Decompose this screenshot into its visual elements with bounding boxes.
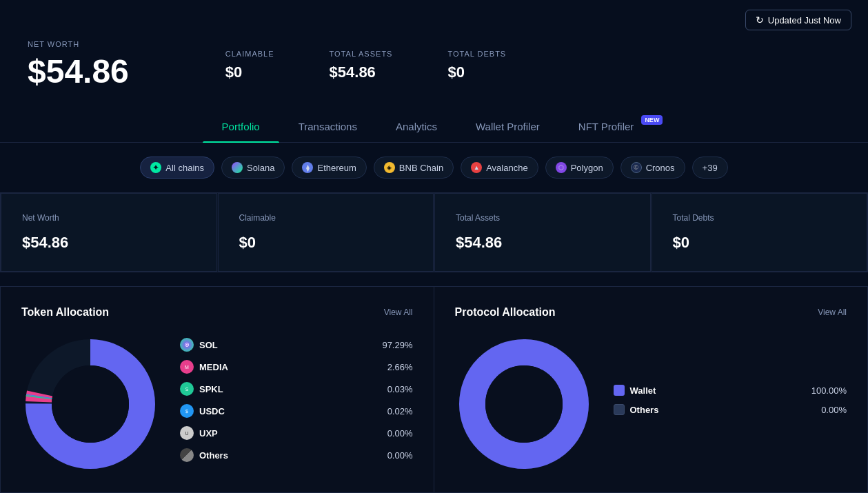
tab-nft-profiler[interactable]: NFT Profiler NEW: [559, 111, 666, 142]
card-net-worth-value: $54.86: [22, 234, 196, 252]
legend-item-sol: ◎ SOL 97.29%: [180, 338, 413, 352]
card-total-debts: Total Debts $0: [652, 193, 868, 272]
bnb-icon: ◈: [384, 162, 395, 173]
svg-point-8: [485, 365, 563, 443]
others-token-icon: [180, 448, 194, 462]
others-protocol-name: Others: [630, 405, 804, 415]
token-allocation-header: Token Allocation View All: [21, 306, 413, 319]
claimable-label: CLAIMABLE: [225, 50, 274, 58]
chain-ethereum-label: Ethereum: [317, 163, 356, 173]
total-assets-label: TOTAL ASSETS: [330, 50, 393, 58]
tab-analytics[interactable]: Analytics: [376, 111, 456, 142]
usdc-pct: 0.02%: [375, 406, 413, 416]
chain-cronos[interactable]: © Cronos: [620, 157, 685, 179]
card-total-assets: Total Assets $54.86: [434, 193, 651, 272]
chain-polygon-label: Polygon: [571, 163, 603, 173]
net-worth-main: NET WORTH $54.86: [28, 40, 129, 90]
token-view-all-button[interactable]: View All: [384, 308, 413, 317]
legend-item-others-protocol: Others 0.00%: [614, 404, 847, 415]
protocol-view-all-button[interactable]: View All: [818, 308, 847, 317]
media-pct: 2.66%: [375, 362, 413, 372]
chain-polygon[interactable]: ⬡ Polygon: [545, 157, 614, 179]
total-assets-value: $54.86: [330, 63, 393, 81]
allchains-icon: ✦: [150, 162, 161, 173]
card-claimable-value: $0: [239, 234, 413, 252]
sol-pct: 97.29%: [375, 340, 413, 350]
new-badge: NEW: [641, 115, 663, 125]
legend-item-media: M MEDIA 2.66%: [180, 360, 413, 374]
card-net-worth: Net Worth $54.86: [1, 193, 217, 272]
wallet-name: Wallet: [630, 385, 804, 396]
others-protocol-icon: [614, 404, 625, 415]
legend-item-usdc: $ USDC 0.02%: [180, 404, 413, 418]
protocol-legend: Wallet 100.00% Others 0.00%: [614, 385, 847, 423]
token-legend: ◎ SOL 97.29% M MEDIA 2.66% S SPKL: [180, 338, 413, 470]
refresh-icon: ↻: [756, 14, 764, 26]
card-net-worth-label: Net Worth: [22, 213, 196, 223]
uxp-name: UXP: [199, 428, 370, 439]
ethereum-icon: ⧫: [302, 162, 313, 173]
others-protocol-pct: 0.00%: [809, 405, 847, 415]
media-name: MEDIA: [199, 362, 370, 372]
card-total-debts-value: $0: [673, 234, 847, 252]
card-claimable: Claimable $0: [218, 193, 434, 272]
spkl-icon: S: [180, 382, 194, 396]
sol-name: SOL: [199, 340, 370, 350]
others-token-pct: 0.00%: [375, 450, 413, 461]
chain-all[interactable]: ✦ All chains: [140, 157, 214, 179]
tabs-container: Portfolio Transactions Analytics Wallet …: [0, 111, 868, 143]
refresh-label: Updated Just Now: [768, 15, 841, 26]
legend-item-spkl: S SPKL 0.03%: [180, 382, 413, 396]
sol-icon: ◎: [180, 338, 194, 352]
legend-item-others-token: Others 0.00%: [180, 448, 413, 462]
header-total-assets: TOTAL ASSETS $54.86: [330, 50, 393, 81]
token-allocation-panel: Token Allocation View All: [0, 286, 434, 493]
protocol-allocation-content: Wallet 100.00% Others 0.00%: [455, 335, 847, 473]
chain-avalanche[interactable]: ▲ Avalanche: [461, 157, 538, 179]
chain-ethereum[interactable]: ⧫ Ethereum: [292, 157, 366, 179]
card-total-assets-value: $54.86: [456, 234, 629, 252]
protocol-donut-chart: [455, 335, 593, 473]
card-claimable-label: Claimable: [239, 213, 413, 223]
chain-solana[interactable]: Solana: [221, 157, 285, 179]
legend-item-uxp: U UXP 0.00%: [180, 426, 413, 440]
tab-wallet-profiler[interactable]: Wallet Profiler: [456, 111, 559, 142]
net-worth-value: $54.86: [28, 52, 129, 90]
polygon-icon: ⬡: [556, 162, 567, 173]
stats-cards: Net Worth $54.86 Claimable $0 Total Asse…: [0, 192, 868, 272]
token-allocation-title: Token Allocation: [21, 306, 109, 319]
total-debts-label: TOTAL DEBTS: [447, 50, 506, 58]
protocol-allocation-title: Protocol Allocation: [455, 306, 556, 319]
legend-item-wallet: Wallet 100.00%: [614, 385, 847, 396]
token-allocation-content: ◎ SOL 97.29% M MEDIA 2.66% S SPKL: [21, 335, 413, 473]
protocol-allocation-panel: Protocol Allocation View All Wallet 100.…: [434, 286, 869, 493]
uxp-icon: U: [180, 426, 194, 440]
cronos-icon: ©: [631, 162, 642, 173]
wallet-pct: 100.00%: [809, 385, 847, 396]
chain-avalanche-label: Avalanche: [486, 163, 527, 173]
allocations: Token Allocation View All: [0, 286, 868, 493]
card-total-debts-label: Total Debts: [673, 213, 847, 223]
token-donut-chart: [21, 335, 159, 473]
solana-icon: [232, 162, 243, 173]
usdc-name: USDC: [199, 406, 370, 416]
chain-bnb[interactable]: ◈ BNB Chain: [374, 157, 454, 179]
others-token-name: Others: [199, 450, 370, 461]
tab-transactions[interactable]: Transactions: [279, 111, 376, 142]
svg-point-5: [52, 365, 129, 443]
tab-portfolio[interactable]: Portfolio: [203, 111, 279, 142]
avalanche-icon: ▲: [471, 162, 482, 173]
chain-cronos-label: Cronos: [646, 163, 675, 173]
claimable-value: $0: [225, 63, 274, 81]
wallet-legend-icon: [614, 385, 625, 396]
header-total-debts: TOTAL DEBTS $0: [447, 50, 506, 81]
chain-solana-label: Solana: [247, 163, 274, 173]
total-debts-value: $0: [447, 63, 506, 81]
card-total-assets-label: Total Assets: [456, 213, 629, 223]
spkl-name: SPKL: [199, 384, 370, 394]
usdc-icon: $: [180, 404, 194, 418]
more-chains-button[interactable]: +39: [692, 157, 728, 179]
chain-all-label: All chains: [165, 163, 204, 173]
refresh-button[interactable]: ↻ Updated Just Now: [745, 10, 851, 30]
uxp-pct: 0.00%: [375, 428, 413, 439]
